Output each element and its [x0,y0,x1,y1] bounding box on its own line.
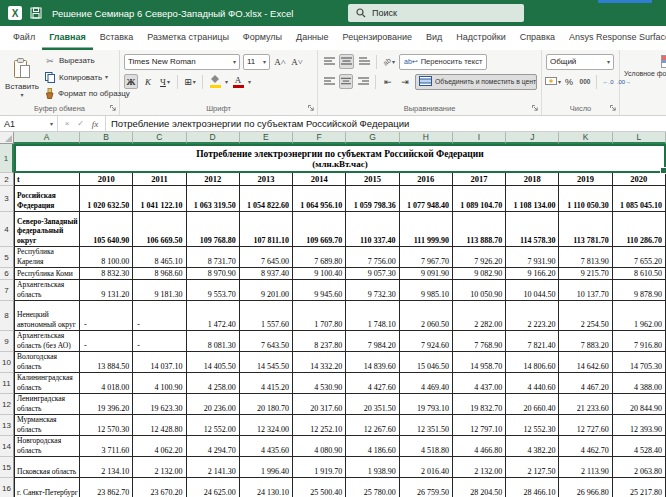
cell-H8[interactable]: 2 060.50 [400,301,453,331]
font-color-button[interactable]: А [231,74,245,89]
cell-K14[interactable]: 4 462.70 [559,436,612,457]
dialog-launcher-icon[interactable] [532,105,538,111]
cell-I7[interactable]: 10 050.90 [453,280,506,301]
cell-J11[interactable]: 4 440.60 [506,373,559,394]
row-header-4[interactable]: 4 [0,212,14,247]
cell-I4[interactable]: 113 888.70 [453,212,506,247]
number-format-select[interactable]: Общий▾ [546,54,614,70]
row-header-3[interactable]: 3 [0,186,14,212]
align-middle-button[interactable] [339,54,354,69]
cell-I5[interactable]: 7 926.20 [453,247,506,268]
cell-E9[interactable]: 7 643.50 [240,331,293,352]
cell-E8[interactable]: 1 557.60 [240,301,293,331]
cell-F13[interactable]: 12 252.10 [293,415,346,436]
column-header-F[interactable]: F [293,132,346,144]
cell-L10[interactable]: 14 705.30 [613,352,666,373]
cell-B13[interactable]: 12 570.30 [80,415,133,436]
cell-I15[interactable]: 2 132.00 [453,457,506,478]
cell-D11[interactable]: 4 258.00 [187,373,240,394]
cell-K12[interactable]: 21 233.60 [559,394,612,415]
search-box[interactable]: Поиск [348,4,524,22]
cell-C4[interactable]: 106 669.50 [133,212,186,247]
cell-L9[interactable]: 7 916.80 [613,331,666,352]
cell-L6[interactable]: 8 610.50 [613,268,666,280]
italic-button[interactable]: К [141,74,155,89]
cell-G4[interactable]: 110 337.40 [346,212,399,247]
cell-L13[interactable]: 12 393.90 [613,415,666,436]
cell-D2[interactable]: 2012 [187,173,240,186]
cell-H14[interactable]: 4 518.80 [400,436,453,457]
column-header-I[interactable]: I [453,132,506,144]
row-header-8[interactable]: 8 [0,301,14,331]
cell-C11[interactable]: 4 100.90 [133,373,186,394]
underline-button[interactable]: Ч▾ [158,74,172,89]
cell-F4[interactable]: 109 669.70 [293,212,346,247]
cell-F3[interactable]: 1 064 956.10 [293,186,346,212]
cell-E15[interactable]: 1 996.40 [240,457,293,478]
grow-font-button[interactable]: А˄ [273,54,287,69]
cell-F14[interactable]: 4 080.90 [293,436,346,457]
cell-B2[interactable]: 2010 [80,173,133,186]
cell-G8[interactable]: 1 748.10 [346,301,399,331]
cell-D6[interactable]: 8 970.90 [187,268,240,280]
cell-K6[interactable]: 9 215.70 [559,268,612,280]
cell-C12[interactable]: 19 623.30 [133,394,186,415]
cell-B4[interactable]: 105 640.90 [80,212,133,247]
row-header-16[interactable]: 16 [0,478,14,497]
cell-H13[interactable]: 12 351.50 [400,415,453,436]
cell-F16[interactable]: 25 500.40 [293,478,346,497]
cell-A2[interactable]: t [14,173,80,186]
cell-H9[interactable]: 7 924.60 [400,331,453,352]
comma-style-button[interactable]: 000 [578,74,592,89]
cell-E5[interactable]: 7 645.00 [240,247,293,268]
cell-I3[interactable]: 1 089 104.70 [453,186,506,212]
cell-D7[interactable]: 9 553.70 [187,280,240,301]
ribbon-tab-Вид[interactable]: Вид [419,26,449,50]
insert-function-icon[interactable]: fx [92,119,99,129]
dialog-launcher-icon[interactable] [308,105,314,111]
cell-D3[interactable]: 1 063 319.50 [187,186,240,212]
ribbon-tab-Данные[interactable]: Данные [289,26,336,50]
cell-H3[interactable]: 1 077 948.40 [400,186,453,212]
cell-E4[interactable]: 107 811.10 [240,212,293,247]
cell-C13[interactable]: 12 428.80 [133,415,186,436]
cell-L4[interactable]: 110 286.70 [613,212,666,247]
cell-F12[interactable]: 20 317.60 [293,394,346,415]
column-header-K[interactable]: K [559,132,612,144]
cell-G12[interactable]: 20 351.50 [346,394,399,415]
dialog-launcher-icon[interactable] [610,105,616,111]
column-header-J[interactable]: J [506,132,559,144]
cell-K3[interactable]: 1 110 050.30 [559,186,612,212]
cell-E11[interactable]: 4 415.20 [240,373,293,394]
cell-A11[interactable]: Калининградская область [14,373,80,394]
cell-H11[interactable]: 4 469.40 [400,373,453,394]
accounting-format-button[interactable]: ▾ [546,74,560,89]
column-header-D[interactable]: D [187,132,240,144]
cell-K4[interactable]: 113 781.70 [559,212,612,247]
paste-button[interactable]: Вставить ▾ [4,53,40,102]
cell-B14[interactable]: 3 711.60 [80,436,133,457]
cell-C16[interactable]: 23 670.20 [133,478,186,497]
row-header-13[interactable]: 13 [0,415,14,436]
cell-F10[interactable]: 14 332.20 [293,352,346,373]
cell-K13[interactable]: 12 727.60 [559,415,612,436]
cell-J2[interactable]: 2018 [506,173,559,186]
cell-L8[interactable]: 1 962.00 [613,301,666,331]
cell-H2[interactable]: 2016 [400,173,453,186]
cell-A13[interactable]: Мурманская область [14,415,80,436]
cell-I13[interactable]: 12 797.10 [453,415,506,436]
cell-A7[interactable]: Архангельская область [14,280,80,301]
cell-B3[interactable]: 1 020 632.50 [80,186,133,212]
column-header-G[interactable]: G [346,132,399,144]
cell-A4[interactable]: Северо-Западный федеральный округ [14,212,80,247]
cell-H10[interactable]: 15 046.50 [400,352,453,373]
column-header-E[interactable]: E [240,132,293,144]
cell-A5[interactable]: Республика Карелия [14,247,80,268]
cell-C9[interactable]: - [133,331,186,352]
cell-A3[interactable]: Российская Федерация [14,186,80,212]
align-bottom-button[interactable] [357,54,371,69]
cell-F9[interactable]: 8 237.80 [293,331,346,352]
cell-I14[interactable]: 4 466.80 [453,436,506,457]
cell-G10[interactable]: 14 839.60 [346,352,399,373]
row-header-14[interactable]: 14 [0,436,14,457]
